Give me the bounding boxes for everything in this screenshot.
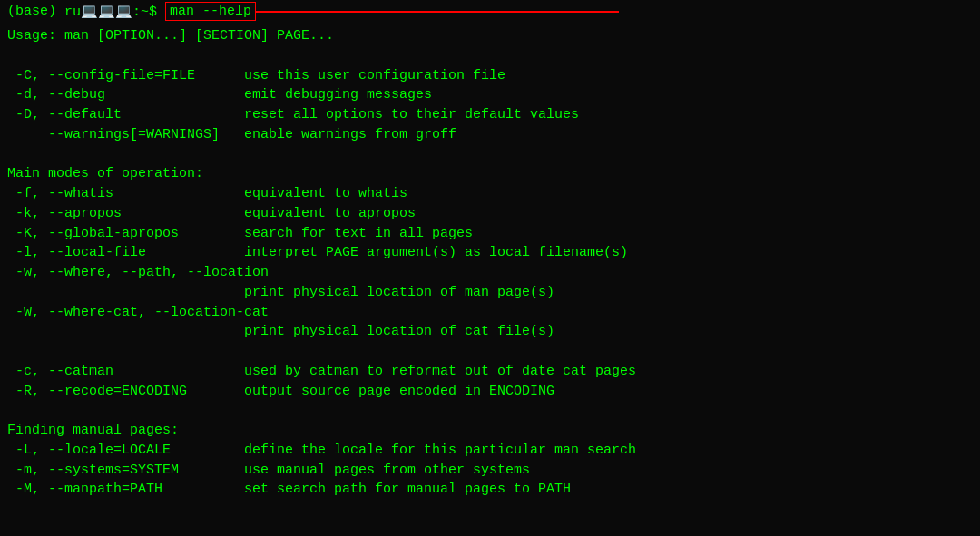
terminal-command[interactable]: man --help [165,2,256,21]
finding-manual-header: Finding manual pages: [7,421,973,441]
option-M-line: -M, --manpath=PATH set search path for m… [7,480,973,500]
option-W-desc-line: print physical location of cat file(s) [7,322,973,342]
empty-line-2 [7,145,973,165]
empty-line-3 [7,342,973,362]
option-w-line: -w, --where, --path, --location [7,263,973,283]
terminal-window: (base) ru💻💻💻:~$ man --help Usage: man [O… [0,0,980,536]
option-w-desc-line: print physical location of man page(s) [7,283,973,303]
option-k-line: -k, --apropos equivalent to apropos [7,204,973,224]
prompt-prefix: (base) [7,4,64,19]
option-l-line: -l, --local-file interpret PAGE argument… [7,243,973,263]
terminal-content: Usage: man [OPTION...] [SECTION] PAGE...… [0,23,980,503]
option-W-line: -W, --where-cat, --location-cat [7,303,973,323]
red-underline [256,11,619,13]
main-modes-header: Main modes of operation: [7,164,973,184]
option-K-line: -K, --global-apropos search for text in … [7,224,973,244]
option-m-line: -m, --systems=SYSTEM use manual pages fr… [7,461,973,481]
option-d-line: -d, --debug emit debugging messages [7,85,973,105]
option-f-line: -f, --whatis equivalent to whatis [7,184,973,204]
empty-line-1 [7,46,973,66]
terminal-top-bar: (base) ru💻💻💻:~$ man --help [0,0,980,23]
option-warnings-line: --warnings[=WARNINGS] enable warnings fr… [7,125,973,145]
option-D-line: -D, --default reset all options to their… [7,105,973,125]
option-c-catman-line: -c, --catman used by catman to reformat … [7,362,973,382]
empty-line-4 [7,401,973,421]
usage-line: Usage: man [OPTION...] [SECTION] PAGE... [7,26,973,46]
option-c-line: -C, --config-file=FILE use this user con… [7,66,973,86]
prompt-user-host: ru💻💻💻:~$ [64,3,165,20]
option-L-line: -L, --locale=LOCALE define the locale fo… [7,441,973,461]
option-R-line: -R, --recode=ENCODING output source page… [7,382,973,402]
